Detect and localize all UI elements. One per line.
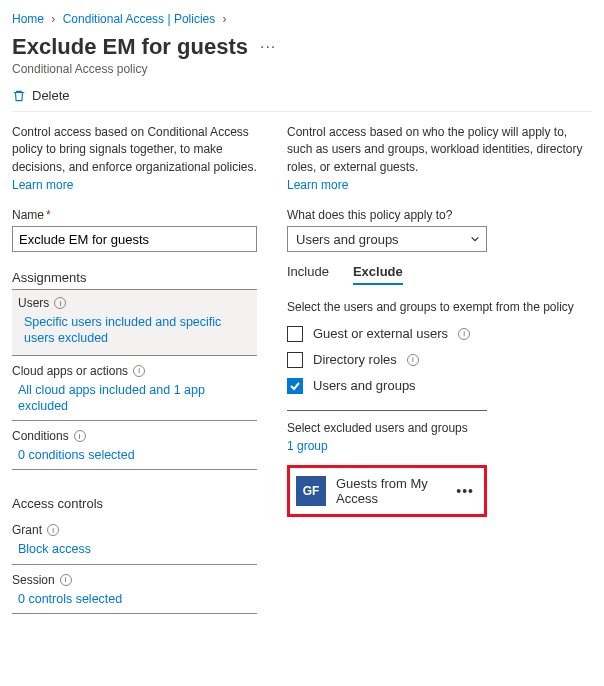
users-label: Users [18, 296, 49, 310]
cloud-apps-summary: All cloud apps included and 1 app exclud… [12, 382, 257, 415]
users-summary: Specific users included and specific use… [18, 314, 251, 347]
chevron-right-icon: › [223, 12, 227, 26]
info-icon[interactable]: i [458, 328, 470, 340]
groups-checkbox[interactable] [287, 378, 303, 394]
group-name: Guests from My Access [336, 476, 442, 506]
grant-summary: Block access [12, 541, 257, 557]
left-description: Control access based on Conditional Acce… [12, 124, 257, 176]
breadcrumb-home[interactable]: Home [12, 12, 44, 26]
info-icon[interactable]: i [60, 574, 72, 586]
group-more-button[interactable]: ••• [452, 483, 478, 499]
cloud-apps-row[interactable]: Cloud apps or actionsi All cloud apps in… [12, 356, 257, 422]
tab-include[interactable]: Include [287, 264, 329, 285]
name-label: Name* [12, 208, 257, 222]
apply-to-label: What does this policy apply to? [287, 208, 592, 222]
highlighted-group: GF Guests from My Access ••• [287, 465, 487, 517]
grant-label: Grant [12, 523, 42, 537]
conditions-row[interactable]: Conditionsi 0 conditions selected [12, 421, 257, 470]
right-learn-more-link[interactable]: Learn more [287, 178, 592, 192]
chevron-down-icon [470, 234, 480, 244]
page-subtitle: Conditional Access policy [12, 62, 592, 76]
info-icon[interactable]: i [74, 430, 86, 442]
info-icon[interactable]: i [54, 297, 66, 309]
guest-checkbox-label: Guest or external users [313, 326, 448, 341]
apply-to-value: Users and groups [296, 232, 399, 247]
exclude-hint: Select the users and groups to exempt fr… [287, 299, 592, 316]
guest-checkbox[interactable] [287, 326, 303, 342]
session-label: Session [12, 573, 55, 587]
breadcrumb: Home › Conditional Access | Policies › [12, 10, 592, 34]
left-learn-more-link[interactable]: Learn more [12, 178, 257, 192]
session-summary: 0 controls selected [12, 591, 257, 607]
page-title: Exclude EM for guests [12, 34, 248, 60]
group-count-link[interactable]: 1 group [287, 439, 592, 453]
session-row[interactable]: Sessioni 0 controls selected [12, 565, 257, 614]
info-icon[interactable]: i [133, 365, 145, 377]
roles-checkbox-label: Directory roles [313, 352, 397, 367]
conditions-label: Conditions [12, 429, 69, 443]
breadcrumb-parent[interactable]: Conditional Access | Policies [63, 12, 216, 26]
access-controls-heading: Access controls [12, 496, 257, 515]
groups-checkbox-label: Users and groups [313, 378, 416, 393]
roles-checkbox[interactable] [287, 352, 303, 368]
info-icon[interactable]: i [407, 354, 419, 366]
trash-icon [12, 89, 26, 103]
cloud-apps-label: Cloud apps or actions [12, 364, 128, 378]
selected-label: Select excluded users and groups [287, 421, 592, 435]
apply-to-select[interactable]: Users and groups [287, 226, 487, 252]
group-entry[interactable]: GF Guests from My Access ••• [296, 476, 478, 506]
conditions-summary: 0 conditions selected [12, 447, 257, 463]
chevron-right-icon: › [51, 12, 55, 26]
info-icon[interactable]: i [47, 524, 59, 536]
group-avatar: GF [296, 476, 326, 506]
delete-button[interactable]: Delete [32, 88, 70, 103]
name-input[interactable] [12, 226, 257, 252]
grant-row[interactable]: Granti Block access [12, 515, 257, 564]
tab-exclude[interactable]: Exclude [353, 264, 403, 285]
assignments-heading: Assignments [12, 270, 257, 290]
page-more-button[interactable]: ··· [256, 38, 280, 56]
users-row[interactable]: Usersi Specific users included and speci… [12, 290, 257, 356]
divider [287, 410, 487, 411]
right-description: Control access based on who the policy w… [287, 124, 592, 176]
